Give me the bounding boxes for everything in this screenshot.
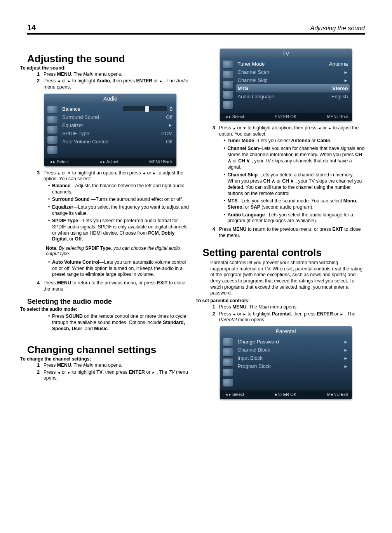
txt: Adjust (106, 159, 118, 164)
osd-row-password: Change Password ► (238, 338, 348, 346)
osd-row-input-block: Input Block ► (238, 354, 348, 362)
osd-body: Tuner Mode Antenna Channel Scan ► Channe… (220, 58, 352, 113)
osd-rows: Change Password ► Channel Block ► Input … (236, 336, 352, 390)
osd-row-empty (238, 370, 348, 378)
ch-down-icon (246, 158, 250, 164)
value: Stereo (332, 85, 348, 91)
osd-row-equalizer: Equalizer ► (62, 121, 172, 129)
arrow-up-icon (57, 170, 61, 176)
txt: Press (44, 170, 57, 176)
list-item: Equalizer—Lets you select the frequency … (48, 204, 190, 216)
list-item: Channel Skip–Lets you delete a channel s… (224, 172, 365, 197)
step-number: 1 (35, 362, 40, 369)
heading-parental: Setting parental controls (203, 247, 365, 258)
label: Tuner Mode (238, 61, 265, 67)
txt: Press (44, 369, 57, 375)
lead-adjust-sound: To adjust the sound: (20, 65, 190, 71)
osd-body: Balance 0 Surround Sound Off Equalizer (44, 103, 176, 158)
audio-mode-body: Press SOUND on the remote control one or… (35, 313, 190, 333)
lead-parental: To set parental controls: (196, 298, 365, 303)
label: Program Block (238, 363, 271, 369)
step-body: Press or to highlight Parental, then pre… (219, 311, 365, 323)
header-rule (27, 33, 365, 35)
chevron-right-icon: ► (168, 123, 172, 127)
value: Off (166, 139, 172, 145)
chevron-right-icon: ► (344, 70, 348, 75)
foot-exit: MENU Exit (327, 114, 348, 119)
value: PCM (161, 131, 172, 136)
osd-title: TV (220, 49, 352, 58)
arrow-left-icon (318, 125, 321, 131)
label: Channel Skip (238, 77, 268, 83)
label: SPDIF Type (62, 131, 89, 136)
page-number: 14 (27, 23, 36, 32)
step-body: Press or to highlight TV, then press ENT… (44, 369, 190, 381)
osd-rows: Balance 0 Surround Sound Off Equalizer (61, 103, 176, 158)
label: Auto Volume Control (62, 139, 108, 145)
chevron-right-icon: ► (344, 340, 348, 344)
num: 0 (170, 106, 172, 112)
txt: or (236, 311, 243, 317)
arrow-left-icon (142, 170, 146, 176)
osd-tab-icon (47, 136, 57, 144)
txt: Press (219, 125, 233, 131)
note: Note: By selecting SPDIF Type, you can c… (46, 246, 190, 256)
txt: to highlight an option, then press (246, 125, 318, 131)
osd-tab-icon (223, 61, 233, 68)
arrow-right-icon (243, 311, 246, 317)
step-1: 1 Press MENU. The Main menu opens. (35, 71, 190, 78)
cs-step-2: 2 Press or to highlight TV, then press E… (35, 369, 190, 381)
list-item: Balance—Adjusts the balance between the … (48, 183, 190, 195)
foot-adjust: ◂ ▸ Adjust (99, 159, 118, 164)
txt: or (61, 78, 68, 84)
slider-thumb-icon (145, 106, 149, 112)
right-column: TV Tuner Mode Antenna (203, 46, 365, 403)
osd-tab-icon (223, 379, 233, 387)
txt: Press (44, 78, 57, 84)
step-body: Press MENU. The Main menu opens. (219, 304, 365, 310)
step-body: Press MENU. The Main menu opens. (44, 362, 190, 369)
value: English (331, 94, 348, 99)
step-number (35, 259, 40, 279)
list-item: Audio Language –Lets you select the audi… (224, 212, 365, 224)
osd-row-skip: Channel Skip ► (238, 76, 348, 84)
foot-enter: ENTER OK (275, 114, 296, 119)
label: Audio Language (238, 94, 275, 99)
step-2: 2 Press or to highlight Audio, then pres… (35, 78, 190, 90)
step-body: Auto Volume Control—Lets you turn automa… (44, 259, 190, 279)
list-item: Surround Sound —Turns the surround sound… (48, 197, 190, 203)
ch-up-icon (228, 158, 232, 164)
slider-icon (123, 106, 167, 111)
step-body: Press MENU to return to the previous men… (219, 226, 365, 239)
osd-tab-icon (47, 116, 57, 124)
ch-down-icon (290, 178, 294, 184)
option-list: Balance—Adjusts the balance between the … (44, 183, 190, 242)
arrow-right-icon (152, 369, 155, 375)
note-label: Note (46, 246, 56, 251)
list-item: Press SOUND on the remote control one or… (48, 314, 190, 332)
list-item: SPDIF Type—Lets you select the preferred… (48, 218, 190, 242)
foot-select: ◂ ▸ Select (50, 159, 69, 164)
label: Channel Block (238, 347, 270, 353)
lead-channel-settings: To change the channel settings: (20, 356, 190, 362)
foot-select: ◂ ▸ Select (225, 114, 244, 119)
left-column: Adjusting the sound To adjust the sound:… (27, 46, 190, 403)
heading-channel-settings: Changing channel settings (27, 344, 190, 355)
chevron-right-icon: ► (344, 364, 348, 369)
option-list: Press SOUND on the remote control one or… (44, 314, 190, 332)
list-item: Tuner Mode –Lets you select Antenna or C… (224, 138, 365, 144)
osd-audio: Audio Balance 0 (44, 94, 176, 166)
osd-footer: ◂ ▸ Select ENTER OK MENU Exit (220, 390, 352, 399)
foot-exit: MENU Exit (327, 392, 348, 397)
value: Off (166, 114, 172, 120)
chevron-right-icon: ► (344, 348, 348, 352)
txt: or (146, 170, 153, 176)
step-number: 4 (211, 226, 215, 239)
txt: or (61, 369, 68, 375)
osd-row-surround: Surround Sound Off (62, 113, 172, 121)
osd-row-tuner: Tuner Mode Antenna (238, 60, 348, 68)
page-header: 14 Adjusting the sound (27, 23, 365, 33)
step-body: Press or to highlight an option, then pr… (219, 125, 365, 226)
osd-row-autovol: Auto Volume Control Off (62, 138, 172, 146)
osd-rows: Tuner Mode Antenna Channel Scan ► Channe… (236, 58, 352, 113)
